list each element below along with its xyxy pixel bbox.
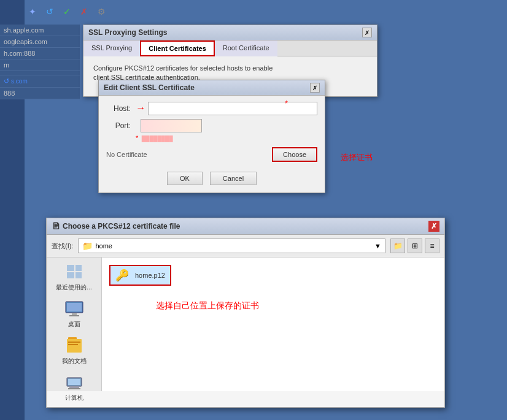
- svg-rect-13: [68, 379, 80, 385]
- no-cert-text: No Certificate: [106, 151, 147, 158]
- svg-rect-5: [72, 313, 77, 315]
- file-dialog-titlebar: 🖹 Choose a PKCS#12 certificate file ✗: [47, 218, 444, 235]
- host-arrow-icon: ←: [136, 103, 145, 114]
- svg-rect-14: [69, 386, 79, 388]
- tab-ssl-proxying[interactable]: SSL Proxying: [83, 40, 140, 56]
- host-label: Host:: [106, 104, 131, 113]
- toolbar-icon-gear[interactable]: ⚙: [95, 5, 108, 18]
- svg-rect-2: [67, 272, 74, 278]
- file-main-area: 🔑 home.p12 选择自己位置上保存的证书: [102, 258, 444, 391]
- annotation-select-saved-cert: 选择自己位置上保存的证书: [156, 300, 444, 311]
- file-toolbar-buttons: 📁 ⊞ ≡: [390, 239, 439, 253]
- tab-client-certificates[interactable]: Client Certificates: [140, 40, 215, 56]
- svg-rect-7: [67, 303, 82, 311]
- edit-dialog-close-button[interactable]: ✗: [310, 83, 320, 93]
- ssl-window-titlebar: SSL Proxying Settings ✗: [83, 25, 377, 40]
- file-chooser-dialog: 🖹 Choose a PKCS#12 certificate file ✗ 查找…: [46, 218, 445, 408]
- cancel-button[interactable]: Cancel: [210, 172, 257, 185]
- port-section: Port: * ████████: [99, 115, 325, 142]
- file-dialog-title: 🖹 Choose a PKCS#12 certificate file: [52, 221, 180, 231]
- nav-documents-label: 我的文档: [62, 357, 87, 365]
- port-required-indicator: * ████████: [106, 134, 317, 142]
- edit-dialog-titlebar: Edit Client SSL Certificate ✗: [99, 80, 325, 96]
- edit-dialog-buttons: OK Cancel: [99, 167, 325, 193]
- location-icon-label: 📁 home: [82, 241, 112, 251]
- toolbar-icon-star[interactable]: ✦: [26, 5, 39, 18]
- ssl-tab-bar: SSL Proxying Client Certificates Root Ce…: [83, 40, 377, 56]
- sidebar-item-6[interactable]: 888: [0, 88, 80, 99]
- tab-root-certificate[interactable]: Root Certificate: [215, 40, 277, 56]
- nav-recent[interactable]: 最近使用的...: [50, 262, 99, 292]
- svg-rect-15: [68, 388, 80, 389]
- sidebar-item-4[interactable]: [0, 71, 80, 75]
- dropdown-arrow-icon: ▼: [374, 242, 381, 250]
- sidebar-item-0[interactable]: sh.apple.com: [0, 25, 80, 36]
- no-cert-row: No Certificate Choose: [99, 142, 325, 167]
- nav-desktop-label: 桌面: [68, 320, 80, 329]
- documents-icon: [64, 336, 84, 356]
- port-input[interactable]: [141, 119, 202, 132]
- lookup-label: 查找(I):: [52, 242, 73, 251]
- top-toolbar: ✦ ↺ ✓ ✗ ⚙: [26, 5, 108, 18]
- port-label: Port:: [106, 121, 131, 130]
- port-row: Port:: [106, 119, 317, 132]
- file-toolbar: 查找(I): 📁 home ▼ 📁 ⊞ ≡: [47, 235, 444, 258]
- ssl-window-close-button[interactable]: ✗: [362, 28, 372, 37]
- choose-button[interactable]: Choose: [272, 147, 317, 162]
- file-dialog-close-button[interactable]: ✗: [428, 221, 439, 232]
- sidebar-item-3[interactable]: m: [0, 59, 80, 71]
- location-text: home: [95, 242, 112, 250]
- svg-rect-6: [69, 315, 79, 316]
- port-required-star: *: [136, 134, 138, 142]
- p12-file-icon: 🔑: [115, 269, 129, 282]
- sidebar-list: sh.apple.com oogleapis.com h.com:888 m ↺…: [0, 25, 80, 99]
- ok-button[interactable]: OK: [167, 172, 203, 185]
- svg-rect-9: [67, 339, 82, 353]
- sidebar-item-1[interactable]: oogleapis.com: [0, 36, 80, 48]
- edit-ssl-dialog: Edit Client SSL Certificate ✗ * Host: ← …: [98, 80, 325, 193]
- file-body: 最近使用的... 桌面: [47, 258, 444, 391]
- svg-rect-11: [68, 344, 78, 345]
- edit-dialog-title: Edit Client SSL Certificate: [104, 83, 195, 92]
- nav-desktop[interactable]: 桌面: [50, 299, 99, 329]
- nav-recent-label: 最近使用的...: [56, 283, 91, 292]
- annotation-select-cert: 选择证书: [341, 152, 373, 163]
- list-view-button[interactable]: ≡: [425, 239, 439, 253]
- nav-computer-label: 计算机: [65, 394, 83, 402]
- toolbar-icon-close[interactable]: ✗: [77, 5, 91, 18]
- computer-icon: [64, 373, 84, 392]
- recent-icon: [64, 262, 84, 282]
- sidebar-item-2[interactable]: h.com:888: [0, 48, 80, 59]
- file-item-home-p12[interactable]: 🔑 home.p12: [109, 265, 171, 286]
- svg-rect-0: [67, 265, 74, 271]
- file-item-name-home-p12: home.p12: [135, 272, 165, 279]
- svg-rect-1: [75, 265, 82, 271]
- ssl-window-title: SSL Proxying Settings: [88, 28, 167, 37]
- new-folder-button[interactable]: 📁: [390, 239, 405, 253]
- host-required-star: *: [285, 99, 288, 108]
- folder-icon: 📁: [82, 241, 93, 251]
- view-button[interactable]: ⊞: [408, 239, 422, 253]
- toolbar-icon-refresh[interactable]: ↺: [43, 5, 56, 18]
- location-dropdown[interactable]: 📁 home ▼: [78, 239, 385, 253]
- file-sidebar: 最近使用的... 桌面: [47, 258, 102, 391]
- toolbar-icon-check[interactable]: ✓: [60, 5, 74, 18]
- svg-rect-10: [68, 342, 80, 343]
- port-input-wrapper: [141, 119, 202, 132]
- port-hint: ████████: [142, 136, 173, 142]
- desktop-icon: [64, 299, 84, 319]
- host-input[interactable]: [148, 102, 317, 115]
- nav-documents[interactable]: 我的文档: [50, 336, 99, 365]
- nav-computer[interactable]: 计算机: [50, 373, 99, 402]
- svg-rect-3: [75, 272, 82, 278]
- sidebar-item-5[interactable]: ↺ s.com: [0, 75, 80, 88]
